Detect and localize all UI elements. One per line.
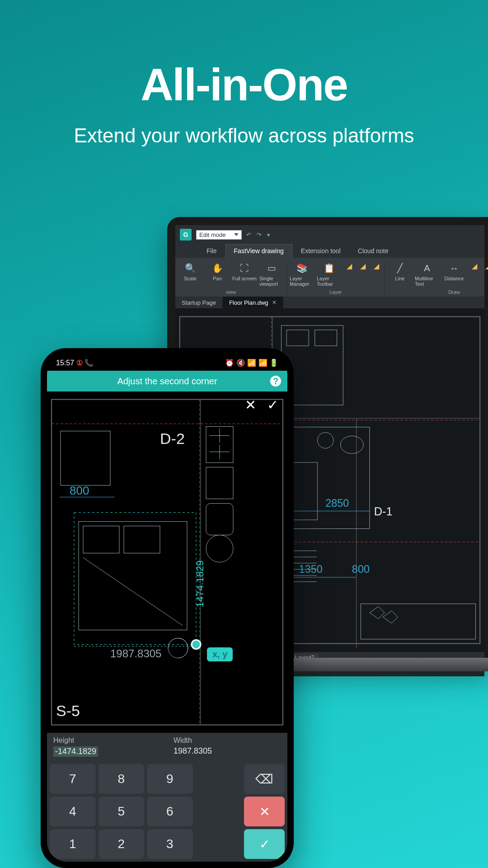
mode-label: Edit mode (199, 231, 226, 238)
phone-frame: 15:57 ① 📞 ⏰ 🔇 📶 📶 🔋 Adjust the second co… (41, 348, 294, 868)
cancel-key[interactable]: ✕ (244, 797, 285, 826)
ribbon-group-layer: Layer (329, 288, 342, 296)
svg-rect-33 (61, 431, 110, 486)
mode-dropdown[interactable]: Edit mode (196, 230, 242, 240)
tab-startup-page[interactable]: Startup Page (175, 297, 223, 308)
svg-text:1474.1829: 1474.1829 (194, 561, 206, 608)
prompt-text: Adjust the second corner (117, 376, 217, 387)
pan-icon: ✋ (211, 262, 223, 274)
key-1[interactable]: 1 (50, 829, 96, 859)
tab-floor-plan[interactable]: Floor Plan.dwg ✕ (223, 297, 283, 308)
backspace-key[interactable]: ⌫ (244, 764, 285, 794)
height-label: Height (53, 736, 161, 745)
close-icon[interactable]: ✕ (272, 299, 277, 306)
ribbon-single-viewport[interactable]: ▭Single viewport (258, 260, 285, 288)
svg-text:D-2: D-2 (160, 430, 185, 447)
key-8[interactable]: 8 (99, 764, 145, 794)
ribbon-small-icon[interactable]: ◢ (357, 260, 369, 271)
layer-manager-icon: 📚 (296, 262, 308, 274)
phone-statusbar: 15:57 ① 📞 ⏰ 🔇 📶 📶 🔋 (47, 354, 287, 371)
app-logo-icon: G (180, 229, 192, 241)
svg-text:800: 800 (70, 484, 89, 497)
height-field[interactable]: Height -1474.1829 (47, 733, 167, 761)
tab-active-label: Floor Plan.dwg (229, 299, 268, 306)
chevron-down-icon (234, 233, 239, 236)
svg-line-37 (83, 558, 183, 626)
ribbon-small-icon[interactable]: ◢ (482, 260, 488, 271)
qat-more-icon[interactable]: ▾ (267, 231, 270, 238)
hero-title: All-in-One (0, 59, 488, 111)
full-screen-icon: ⛶ (239, 262, 250, 274)
confirm-key[interactable]: ✓ (244, 829, 285, 859)
menu-file[interactable]: File (198, 244, 225, 258)
menu-cloud-note[interactable]: Cloud note (349, 244, 397, 258)
ribbon-small-icon[interactable]: ◢ (370, 260, 383, 271)
scale-icon: 🔍 (184, 262, 196, 274)
svg-rect-29 (52, 400, 283, 725)
status-time: 15:57 (56, 359, 74, 367)
svg-text:800: 800 (352, 563, 370, 575)
help-icon[interactable]: ? (270, 376, 281, 387)
mobile-canvas[interactable]: ✕ ✓ (47, 392, 287, 733)
width-field[interactable]: Width 1987.8305 (167, 733, 287, 761)
svg-text:D-1: D-1 (374, 505, 393, 518)
width-value: 1987.8305 (174, 746, 281, 756)
svg-rect-35 (83, 526, 119, 553)
ribbon-distance[interactable]: ↔Distance (441, 260, 467, 288)
key-3[interactable]: 3 (147, 829, 193, 859)
svg-rect-44 (206, 504, 233, 535)
cancel-icon[interactable]: ✕ (245, 397, 256, 413)
ribbon-line[interactable]: ╱Line (387, 260, 413, 288)
svg-point-11 (318, 432, 333, 448)
dim-2850: 2850 (325, 497, 349, 509)
svg-point-47 (192, 640, 201, 649)
menu-extension-tool[interactable]: Extension tool (292, 244, 349, 258)
prompt-bar: Adjust the second corner ? (47, 371, 287, 392)
line-icon: ╱ (394, 262, 406, 274)
key-9[interactable]: 9 (147, 764, 193, 794)
width-label: Width (174, 736, 281, 745)
key-4[interactable]: 4 (50, 797, 96, 826)
single-viewport-icon: ▭ (266, 262, 277, 274)
ribbon-mtext[interactable]: AMultiline Text (414, 260, 440, 288)
status-notif: ① 📞 (76, 359, 94, 367)
svg-text:S-5: S-5 (56, 702, 80, 719)
ribbon-group-draw: Draw (448, 288, 460, 296)
svg-rect-9 (315, 330, 337, 346)
svg-rect-36 (124, 526, 160, 553)
svg-rect-43 (206, 467, 233, 499)
hero-subtitle: Extend your workflow across platforms (0, 124, 488, 147)
redo-icon[interactable]: ↷ (257, 231, 262, 238)
status-icons: ⏰ 🔇 📶 📶 🔋 (225, 359, 278, 367)
key-2[interactable]: 2 (99, 829, 145, 859)
key-6[interactable]: 6 (147, 797, 193, 826)
ribbon-pan[interactable]: ✋Pan (204, 260, 230, 288)
ribbon-scale[interactable]: 🔍Scale (177, 260, 203, 288)
svg-rect-20 (361, 604, 475, 639)
key-7[interactable]: 7 (50, 764, 96, 794)
ribbon-layer-manager[interactable]: 📚Layer Manager (289, 260, 315, 288)
ribbon-layer-toolbar[interactable]: 📋Layer Toolbar (316, 260, 342, 288)
undo-icon[interactable]: ↶ (246, 231, 251, 238)
ribbon-full-screen[interactable]: ⛶Full screen (231, 260, 258, 288)
svg-rect-8 (286, 330, 309, 346)
menu-fastview-drawing[interactable]: FastView drawing (225, 244, 292, 258)
mtext-icon: A (421, 262, 433, 274)
svg-rect-34 (79, 522, 187, 630)
svg-point-12 (340, 436, 363, 453)
svg-text:1987.8305: 1987.8305 (110, 647, 161, 660)
xy-badge[interactable]: x, y (207, 647, 233, 661)
ribbon-small-icon[interactable]: ◢ (468, 260, 481, 271)
layer-toolbar-icon: 📋 (323, 262, 335, 274)
ribbon-small-icon[interactable]: ◢ (343, 260, 356, 271)
svg-text:1350: 1350 (299, 563, 323, 575)
key-5[interactable]: 5 (99, 797, 145, 826)
height-value: -1474.1829 (53, 746, 98, 757)
tab-startup-label: Startup Page (182, 299, 216, 306)
svg-rect-46 (74, 513, 196, 645)
ribbon-group-view: view (226, 288, 236, 296)
distance-icon: ↔ (448, 262, 460, 274)
confirm-icon[interactable]: ✓ (267, 397, 278, 413)
